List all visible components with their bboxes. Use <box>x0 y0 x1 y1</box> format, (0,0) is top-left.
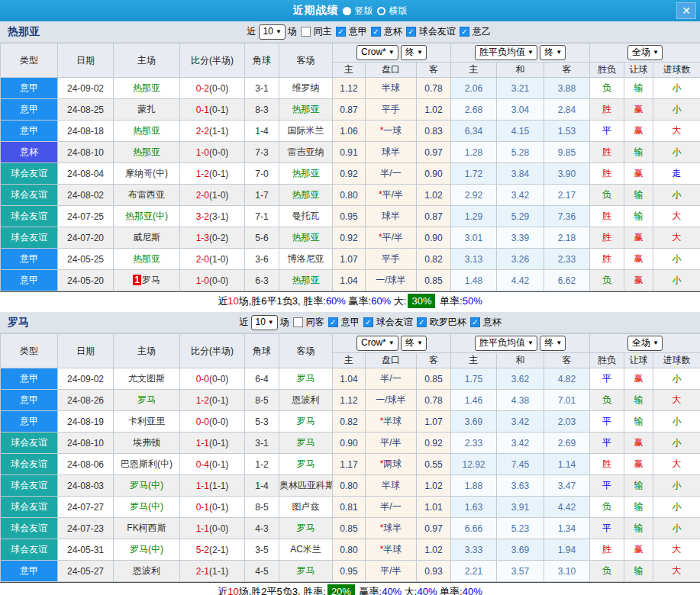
home-team-cell[interactable]: 热那亚 <box>114 121 180 142</box>
competition-label[interactable]: 意甲 <box>349 25 367 38</box>
column-subheader: 让球 <box>624 353 653 368</box>
scope-select[interactable]: 全场▼ <box>627 45 663 60</box>
odds-company-select[interactable]: Crow*▼ <box>356 336 398 351</box>
competition-label[interactable]: 球会友谊 <box>376 316 413 329</box>
home-team-cell[interactable]: 罗马 <box>114 390 180 411</box>
away-team-cell[interactable]: 罗马 <box>279 433 333 454</box>
same-venue-label[interactable]: 同客 <box>306 316 324 329</box>
odds-company-select[interactable]: Crow*▼ <box>356 45 398 60</box>
away-team-cell[interactable]: 热那亚 <box>279 270 333 291</box>
corners-cell: 3-5 <box>245 539 279 561</box>
close-button[interactable]: ✕ <box>676 2 696 19</box>
away-team-cell[interactable]: 罗马 <box>279 411 333 433</box>
home-team-cell[interactable]: FK柯西斯 <box>114 518 180 539</box>
corners-cell: 3-1 <box>245 433 279 454</box>
same-venue-label[interactable]: 同主 <box>314 25 332 38</box>
home-team-cell[interactable]: 罗马(中) <box>114 539 180 561</box>
handicap-result-cell: 赢 <box>624 368 653 390</box>
home-team-cell[interactable]: 热那亚 <box>114 249 180 270</box>
odds-home-cell: 0.92 <box>333 227 366 249</box>
competition-checkbox[interactable]: ✓ <box>460 27 469 37</box>
away-team-cell[interactable]: 奥林匹亚科斯 <box>279 475 333 497</box>
avg-draw-cell: 3.42 <box>497 411 544 433</box>
home-team-cell[interactable]: 卡利亚里 <box>114 411 180 433</box>
away-team-name: 罗马 <box>297 565 315 576</box>
result-cell: 胜 <box>590 163 624 185</box>
home-team-cell[interactable]: 尤文图斯 <box>114 368 180 390</box>
away-team-cell[interactable]: 罗马 <box>279 454 333 475</box>
same-venue-checkbox[interactable] <box>301 27 311 37</box>
away-team-cell[interactable]: 曼托瓦 <box>279 206 333 227</box>
away-team-cell[interactable]: 热那亚 <box>279 163 333 185</box>
competition-checkbox[interactable]: ✓ <box>417 317 427 327</box>
away-team-cell[interactable]: 维罗纳 <box>279 78 333 99</box>
away-team-cell[interactable]: 罗马 <box>279 518 333 539</box>
competition-checkbox[interactable]: ✓ <box>371 27 381 37</box>
competition-checkbox[interactable]: ✓ <box>363 317 373 327</box>
home-team-cell[interactable]: 威尼斯 <box>114 227 180 249</box>
result-cell: 平 <box>590 368 624 390</box>
home-team-cell[interactable]: 罗马(中) <box>114 497 180 518</box>
competition-checkbox[interactable]: ✓ <box>336 27 346 37</box>
home-team-cell[interactable]: 蒙扎 <box>114 99 180 121</box>
odds-home-cell: 0.80 <box>333 475 366 497</box>
goals-result-cell: 走 <box>653 163 700 185</box>
away-team-cell[interactable]: 罗马 <box>279 561 333 582</box>
away-team-cell[interactable]: 热那亚 <box>279 185 333 206</box>
away-team-cell[interactable]: 热那亚 <box>279 227 333 249</box>
avg-type-select[interactable]: 胜平负均值▼ <box>475 336 537 351</box>
table-row: 意甲24-09-02热那亚0-2(0-0)3-1维罗纳1.12半球0.782.0… <box>1 78 700 99</box>
away-team-cell[interactable]: 图卢兹 <box>279 497 333 518</box>
competition-checkbox[interactable]: ✓ <box>406 27 416 37</box>
home-team-cell[interactable]: 巴恩斯利(中) <box>114 454 180 475</box>
avg-home-cell: 6.34 <box>451 121 497 142</box>
home-team-cell[interactable]: 罗马(中) <box>114 475 180 497</box>
competition-label[interactable]: 欧罗巴杯 <box>430 316 466 329</box>
avg-away-cell: 2.03 <box>544 411 590 433</box>
league-cell: 意甲 <box>1 368 58 390</box>
odds-time-select[interactable]: 终▼ <box>401 336 427 351</box>
same-venue-checkbox[interactable] <box>293 317 303 327</box>
score-cell: 0-0(0-0) <box>180 368 245 390</box>
avg-time-select[interactable]: 终▼ <box>540 45 566 60</box>
vertical-layout-radio[interactable] <box>343 7 351 15</box>
home-team-cell[interactable]: 布雷西亚 <box>114 185 180 206</box>
summary-part: 40% <box>382 586 402 595</box>
odds-home-cell: 1.04 <box>333 270 366 291</box>
competition-label[interactable]: 意乙 <box>473 25 491 38</box>
home-team-cell[interactable]: 热那亚(中) <box>114 206 180 227</box>
home-team-cell[interactable]: 埃弗顿 <box>114 433 180 454</box>
competition-checkbox[interactable]: ✓ <box>470 317 480 327</box>
avg-time-select[interactable]: 终▼ <box>540 336 566 351</box>
vertical-layout-label[interactable]: 竖版 <box>355 5 373 18</box>
away-team-cell[interactable]: AC米兰 <box>279 539 333 561</box>
corners-cell: 5-6 <box>245 227 279 249</box>
away-team-cell[interactable]: 罗马 <box>279 368 333 390</box>
competition-label[interactable]: 球会友谊 <box>419 25 456 38</box>
scope-select[interactable]: 全场▼ <box>627 336 663 351</box>
competition-checkbox[interactable]: ✓ <box>328 317 338 327</box>
away-team-cell[interactable]: 国际米兰 <box>279 121 333 142</box>
competition-label[interactable]: 意甲 <box>341 316 360 329</box>
away-team-cell[interactable]: 雷吉亚纳 <box>279 142 333 163</box>
match-count-select[interactable]: 10▼ <box>259 24 285 40</box>
away-team-cell[interactable]: 恩波利 <box>279 390 333 411</box>
avg-home-cell: 2.06 <box>451 78 497 99</box>
avg-away-cell: 4.82 <box>544 368 590 390</box>
avg-type-select[interactable]: 胜平负均值▼ <box>475 45 537 60</box>
home-team-cell[interactable]: 恩波利 <box>114 561 180 582</box>
horizontal-layout-label[interactable]: 横版 <box>389 5 408 18</box>
home-team-cell[interactable]: 热那亚 <box>114 142 180 163</box>
handicap-cell: *半球 <box>366 411 417 433</box>
full-score: 0-2 <box>196 83 209 94</box>
match-count-select[interactable]: 10▼ <box>250 315 277 330</box>
away-team-cell[interactable]: 博洛尼亚 <box>279 249 333 270</box>
horizontal-layout-radio[interactable] <box>377 7 385 15</box>
away-team-cell[interactable]: 热那亚 <box>279 99 333 121</box>
competition-label[interactable]: 意杯 <box>483 316 502 329</box>
home-team-cell[interactable]: 1罗马 <box>114 270 180 291</box>
competition-label[interactable]: 意杯 <box>384 25 402 38</box>
home-team-cell[interactable]: 热那亚 <box>114 78 180 99</box>
home-team-cell[interactable]: 摩纳哥(中) <box>114 163 180 185</box>
odds-time-select[interactable]: 终▼ <box>401 45 427 60</box>
